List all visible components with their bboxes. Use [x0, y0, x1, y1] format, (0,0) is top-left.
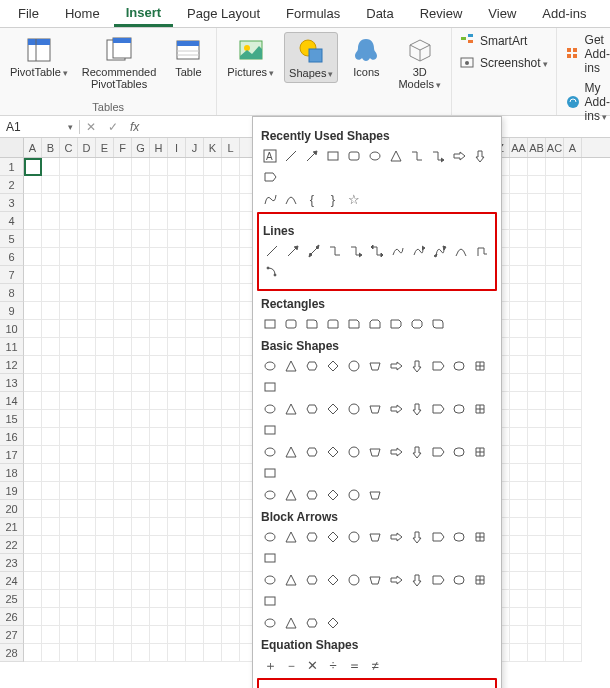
rect-9[interactable]	[429, 315, 447, 333]
arrow-shape-19[interactable]	[408, 571, 426, 589]
shapes-button[interactable]: Shapes	[284, 32, 338, 83]
basic-shape-40[interactable]	[345, 486, 363, 504]
col-header-A[interactable]: A	[564, 138, 582, 157]
col-header-AB[interactable]: AB	[528, 138, 546, 157]
col-header-G[interactable]: G	[132, 138, 150, 157]
basic-shape-35[interactable]	[261, 464, 279, 482]
eq-div[interactable]: ÷	[324, 656, 342, 674]
arrow-shape-8[interactable]	[429, 528, 447, 546]
row-header-6[interactable]: 6	[0, 248, 24, 266]
line-4[interactable]	[326, 242, 344, 260]
rect-2[interactable]	[282, 315, 300, 333]
line-9[interactable]	[431, 242, 449, 260]
arrow-shape-10[interactable]	[471, 528, 489, 546]
basic-shape-22[interactable]	[471, 400, 489, 418]
rect-6[interactable]	[366, 315, 384, 333]
col-header-H[interactable]: H	[150, 138, 168, 157]
row-header-12[interactable]: 12	[0, 356, 24, 374]
row-header-15[interactable]: 15	[0, 410, 24, 428]
eq-neq[interactable]: ≠	[366, 656, 384, 674]
arrow-shape-13[interactable]	[282, 571, 300, 589]
basic-shape-6[interactable]	[387, 357, 405, 375]
basic-shape-13[interactable]	[282, 400, 300, 418]
rect-5[interactable]	[345, 315, 363, 333]
rect-3[interactable]	[303, 315, 321, 333]
shape-lbrace[interactable]: {	[303, 190, 321, 208]
basic-shape-4[interactable]	[345, 357, 363, 375]
row-header-1[interactable]: 1	[0, 158, 24, 176]
basic-shape-7[interactable]	[408, 357, 426, 375]
tab-view[interactable]: View	[476, 2, 528, 25]
row-header-13[interactable]: 13	[0, 374, 24, 392]
arrow-shape-16[interactable]	[345, 571, 363, 589]
basic-shape-27[interactable]	[324, 443, 342, 461]
name-box-dropdown-icon[interactable]: ▾	[68, 122, 73, 132]
shape-elbow[interactable]	[408, 147, 426, 165]
basic-shape-21[interactable]	[450, 400, 468, 418]
arrow-shape-7[interactable]	[408, 528, 426, 546]
eq-plus[interactable]: ＋	[261, 656, 279, 674]
rect-1[interactable]	[261, 315, 279, 333]
shape-round-rect[interactable]	[345, 147, 363, 165]
col-header-AC[interactable]: AC	[546, 138, 564, 157]
basic-shape-30[interactable]	[387, 443, 405, 461]
col-header-B[interactable]: B	[42, 138, 60, 157]
shape-rect[interactable]	[324, 147, 342, 165]
basic-shape-29[interactable]	[366, 443, 384, 461]
arrow-shape-4[interactable]	[345, 528, 363, 546]
row-header-8[interactable]: 8	[0, 284, 24, 302]
basic-shape-36[interactable]	[261, 486, 279, 504]
arrow-shape-17[interactable]	[366, 571, 384, 589]
arrow-shape-14[interactable]	[303, 571, 321, 589]
row-header-4[interactable]: 4	[0, 212, 24, 230]
basic-shape-39[interactable]	[324, 486, 342, 504]
row-header-20[interactable]: 20	[0, 500, 24, 518]
basic-shape-15[interactable]	[324, 400, 342, 418]
arrow-shape-26[interactable]	[303, 614, 321, 632]
basic-shape-34[interactable]	[471, 443, 489, 461]
col-header-I[interactable]: I	[168, 138, 186, 157]
arrow-shape-22[interactable]	[471, 571, 489, 589]
shape-arc[interactable]	[282, 190, 300, 208]
basic-shape-3[interactable]	[324, 357, 342, 375]
col-header-AA[interactable]: AA	[510, 138, 528, 157]
row-header-10[interactable]: 10	[0, 320, 24, 338]
line-1[interactable]	[263, 242, 281, 260]
basic-shape-37[interactable]	[282, 486, 300, 504]
rect-8[interactable]	[408, 315, 426, 333]
basic-shape-33[interactable]	[450, 443, 468, 461]
row-header-26[interactable]: 26	[0, 608, 24, 626]
basic-shape-18[interactable]	[387, 400, 405, 418]
pivottable-button[interactable]: PivotTable	[6, 32, 72, 81]
arrow-shape-9[interactable]	[450, 528, 468, 546]
row-header-9[interactable]: 9	[0, 302, 24, 320]
row-header-14[interactable]: 14	[0, 392, 24, 410]
eq-mult[interactable]: ✕	[303, 656, 321, 674]
col-header-C[interactable]: C	[60, 138, 78, 157]
shape-line-arrow[interactable]	[303, 147, 321, 165]
row-header-28[interactable]: 28	[0, 644, 24, 662]
arrow-shape-18[interactable]	[387, 571, 405, 589]
arrow-shape-6[interactable]	[387, 528, 405, 546]
select-all-corner[interactable]	[0, 138, 24, 157]
basic-shape-24[interactable]	[261, 443, 279, 461]
basic-shape-11[interactable]	[261, 378, 279, 396]
row-header-24[interactable]: 24	[0, 572, 24, 590]
row-header-17[interactable]: 17	[0, 446, 24, 464]
basic-shape-16[interactable]	[345, 400, 363, 418]
basic-shape-38[interactable]	[303, 486, 321, 504]
fx-button[interactable]: fx	[124, 120, 145, 134]
basic-shape-20[interactable]	[429, 400, 447, 418]
rect-4[interactable]	[324, 315, 342, 333]
row-header-22[interactable]: 22	[0, 536, 24, 554]
arrow-shape-27[interactable]	[324, 614, 342, 632]
basic-shape-10[interactable]	[471, 357, 489, 375]
tab-review[interactable]: Review	[408, 2, 475, 25]
arrow-shape-23[interactable]	[261, 592, 279, 610]
row-header-5[interactable]: 5	[0, 230, 24, 248]
3d-models-button[interactable]: 3DModels	[394, 32, 444, 93]
arrow-shape-5[interactable]	[366, 528, 384, 546]
basic-shape-1[interactable]	[282, 357, 300, 375]
arrow-shape-24[interactable]	[261, 614, 279, 632]
col-header-A[interactable]: A	[24, 138, 42, 157]
